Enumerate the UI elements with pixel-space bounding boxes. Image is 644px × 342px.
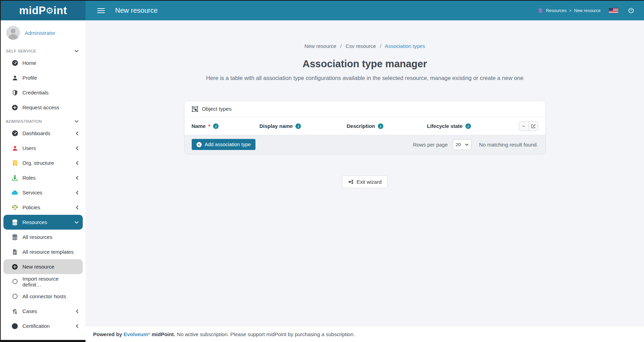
circle-outline-icon — [11, 279, 19, 284]
top-bar: midP⚙int New resource Resources > New re… — [1, 1, 644, 20]
top-breadcrumb-resources[interactable]: Resources — [546, 8, 567, 13]
column-label: Display name — [260, 123, 293, 129]
sidebar-item-label: Home — [22, 60, 36, 66]
pencil-square-icon — [531, 124, 536, 129]
info-icon[interactable]: i — [378, 123, 383, 129]
logo-gear-icon: ⚙ — [46, 6, 54, 16]
rows-per-page-value: 20 — [456, 142, 461, 147]
sidebar-item-home[interactable]: Home — [1, 56, 85, 70]
plus-circle-icon: + — [197, 142, 202, 147]
section-label: SELF SERVICE — [6, 49, 36, 53]
required-marker: * — [208, 123, 210, 129]
sidebar-item-policies[interactable]: Policies — [1, 200, 85, 215]
rows-per-page-select[interactable]: 20 — [453, 139, 472, 150]
breadcrumb-resources-icon — [538, 8, 543, 13]
user-avatar[interactable] — [6, 26, 20, 40]
info-icon[interactable]: i — [213, 123, 219, 129]
chevron-left-icon — [76, 146, 79, 150]
sidebar-item-label: Cases — [22, 308, 37, 314]
midpoint-app: midP⚙int New resource Resources > New re… — [1, 1, 644, 342]
breadcrumb-csv-resource[interactable]: Csv resource — [345, 43, 376, 49]
sidebar-item-dashboards[interactable]: Dashboards — [1, 126, 85, 141]
scales-icon — [11, 204, 19, 210]
database-icon — [11, 219, 19, 225]
user-name-link[interactable]: Administrator — [25, 30, 55, 36]
sidebar-item-label: Users — [22, 145, 36, 151]
gauge-icon — [11, 130, 19, 137]
sidebar-item-org-structure[interactable]: Org. structure — [1, 155, 85, 170]
app-logo[interactable]: midP⚙int — [1, 1, 85, 20]
locale-flag-icon[interactable] — [609, 8, 618, 13]
add-association-type-button[interactable]: + Add association type — [192, 139, 256, 150]
sidebar-item-label: Policies — [22, 204, 40, 210]
cloud-icon — [11, 190, 19, 195]
chevron-down-icon — [74, 49, 79, 53]
top-breadcrumb: Resources > New resource — [546, 8, 601, 13]
sidebar-item-certification[interactable]: Certification — [1, 319, 85, 333]
sidebar-item-all-resource-templates[interactable]: All resource templates — [1, 244, 85, 259]
sidebar-item-import-resource-definition[interactable]: Import resource definit… — [1, 274, 85, 289]
pagination-area: Rows per page 20 No matching result foun… — [413, 139, 538, 150]
user-red-icon — [11, 145, 19, 151]
chevron-left-icon — [76, 191, 79, 195]
sidebar-item-request-access[interactable]: Request access — [1, 100, 85, 115]
main-content: New resource / Csv resource / Associatio… — [85, 20, 644, 326]
empty-result-message: No matching result found. — [479, 142, 538, 148]
column-label: Lifecycle state — [427, 123, 463, 129]
logout-power-icon[interactable] — [628, 7, 634, 14]
column-label: Name — [192, 123, 206, 129]
table-footer-row: + Add association type Rows per page 20 … — [184, 135, 545, 154]
sidebar-item-label: Roles — [22, 175, 36, 181]
sidebar-item-label: Request access — [22, 104, 59, 110]
menu-toggle-icon[interactable] — [97, 8, 105, 13]
column-description: Description i — [347, 123, 427, 129]
sidebar-item-users[interactable]: Users — [1, 141, 85, 155]
column-name: Name * i — [192, 123, 260, 129]
sidebar-item-all-resources[interactable]: All resources — [1, 230, 85, 244]
logo-text-post: int — [53, 4, 67, 17]
breadcrumb-association-types[interactable]: Association types — [385, 43, 425, 49]
card-header: Object types — [184, 101, 545, 117]
shield-icon — [11, 90, 19, 96]
page-title: Association type manager — [85, 58, 644, 70]
sidebar: Administrator SELF SERVICE Home Profile — [1, 20, 85, 340]
gauge-icon — [11, 60, 19, 66]
exit-wizard-button[interactable]: Exit wizard — [342, 175, 388, 188]
brand-suffix: midPoint. — [152, 331, 175, 337]
wizard-breadcrumb: New resource / Csv resource / Associatio… — [85, 43, 644, 49]
chevron-down-icon — [74, 221, 79, 224]
navbar: New resource Resources > New resource — [85, 1, 644, 20]
breadcrumb-separator: / — [380, 43, 381, 49]
sidebar-item-label: Dashboards — [22, 130, 50, 136]
info-icon[interactable]: i — [295, 123, 301, 129]
sidebar-item-profile[interactable]: Profile — [1, 70, 85, 85]
sidebar-item-credentials[interactable]: Credentials — [1, 85, 85, 100]
sidebar-item-all-connector-hosts[interactable]: All connector hosts — [1, 289, 85, 304]
object-types-card: Object types Name * i Display name i Des… — [184, 101, 546, 154]
chevron-left-icon — [76, 176, 79, 180]
sidebar-item-new-resource[interactable]: New resource — [3, 259, 83, 274]
add-button-label: Add association type — [205, 142, 251, 147]
edit-columns-button[interactable] — [529, 122, 538, 131]
sidebar-item-resources[interactable]: Resources — [3, 215, 83, 230]
column-lifecycle-state: Lifecycle state i — [427, 123, 519, 129]
sidebar-item-label: All connector hosts — [22, 293, 66, 299]
collapse-column-button[interactable]: − — [519, 122, 529, 131]
navbar-page-title: New resource — [115, 7, 158, 14]
breadcrumb-new-resource[interactable]: New resource — [304, 43, 336, 49]
info-icon[interactable]: i — [465, 123, 471, 129]
sidebar-item-cases[interactable]: Cases — [1, 304, 85, 319]
chevron-down-icon — [74, 119, 79, 123]
section-administration[interactable]: ADMINISTRATION — [1, 115, 85, 126]
database-gray-icon — [11, 234, 19, 240]
rows-per-page-label: Rows per page — [413, 142, 448, 148]
sidebar-item-services[interactable]: Services — [1, 185, 85, 200]
powered-by-text: Powered by — [93, 331, 122, 337]
sidebar-item-label: Certification — [22, 323, 50, 329]
section-self-service[interactable]: SELF SERVICE — [1, 44, 85, 56]
evolveum-link[interactable]: Evolveum — [123, 331, 148, 337]
sidebar-item-label: Org. structure — [22, 160, 54, 166]
top-breadcrumb-new-resource[interactable]: New resource — [574, 8, 601, 13]
column-label: Description — [347, 123, 375, 129]
sidebar-item-roles[interactable]: Roles — [1, 170, 85, 185]
